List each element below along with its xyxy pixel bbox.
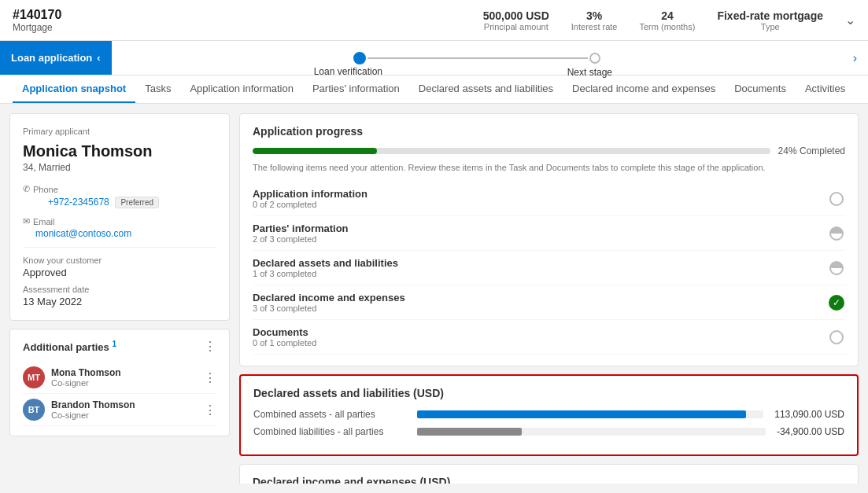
stat-label-2: Term (months) (640, 22, 696, 31)
progress-item-title-3: Declared income and expenses (253, 292, 405, 304)
progress-item-left-0: Application information 0 of 2 completed (253, 188, 368, 209)
progress-item-3: Declared income and expenses 3 of 3 comp… (253, 285, 845, 320)
party-avatar-0: MT (23, 366, 45, 388)
income-title: Declared income and expenses (USD) (253, 476, 845, 484)
additional-parties-title: Additional parties 1 (23, 340, 116, 353)
asset-bar-label-0: Combined assets - all parties (253, 409, 411, 420)
stage-dot-inactive (589, 53, 600, 64)
party-role-1: Co-signer (51, 410, 135, 420)
party-info-1: Brandon Thomson Co-signer (51, 399, 135, 420)
assessment-label: Assessment date (23, 285, 216, 294)
phone-badge: Preferred (115, 197, 159, 208)
expand-icon[interactable]: ⌄ (845, 13, 855, 28)
progress-note: The following items need your attention.… (253, 163, 845, 172)
progress-item-title-4: Documents (253, 326, 316, 338)
stage-steps: Loan verification Next stage (112, 52, 842, 64)
party-item-1: BT Brandon Thomson Co-signer ⋮ (23, 394, 216, 426)
progress-bar-fill (253, 148, 377, 154)
party-avatar-1: BT (23, 399, 45, 421)
progress-item-title-1: Parties' information (253, 223, 349, 234)
divider (23, 247, 216, 248)
header-stat-0: 500,000 USDPrincipal amount (483, 9, 549, 31)
tab-documents[interactable]: Documents (725, 75, 796, 103)
progress-pct: 24% Completed (778, 145, 845, 156)
phone-section: ✆ Phone +972-2345678 Preferred (23, 184, 216, 208)
progress-item-1: Parties' information 2 of 3 completed (253, 216, 845, 251)
progress-item-left-1: Parties' information 2 of 3 completed (253, 223, 349, 244)
phone-label: ✆ Phone (23, 184, 216, 194)
status-check-3: ✓ (829, 295, 844, 311)
email-value[interactable]: monicat@contoso.com (35, 228, 216, 239)
asset-bar-label-1: Combined liabilities - all parties (253, 426, 411, 437)
assets-card: Declared assets and liabilities (USD) Co… (239, 374, 859, 456)
kyc-label: Know your customer (23, 256, 216, 265)
progress-item-status-0 (828, 190, 845, 208)
asset-bar-track-1 (417, 428, 766, 436)
progress-item-sub-2: 1 of 3 completed (253, 269, 398, 278)
applicant-name: Monica Thomson (23, 142, 216, 160)
right-panel: Application progress 24% Completed The f… (239, 113, 859, 484)
email-section: ✉ Email monicat@contoso.com (23, 216, 216, 239)
progress-item-sub-3: 3 of 3 completed (253, 304, 405, 313)
progress-item-status-2 (828, 259, 845, 277)
primary-label: Primary applicant (23, 127, 216, 136)
progress-item-left-3: Declared income and expenses 3 of 3 comp… (253, 292, 405, 313)
stage-label-loan-verification: Loan verification (314, 66, 382, 77)
status-empty-0 (829, 192, 844, 206)
assets-title: Declared assets and liabilities (USD) (253, 387, 844, 399)
status-half-1 (829, 226, 844, 241)
progress-item-2: Declared assets and liabilities 1 of 3 c… (253, 251, 845, 285)
party-name-0: Mona Thomson (51, 367, 121, 378)
stage-line (368, 57, 588, 59)
asset-bar-track-0 (417, 410, 763, 418)
additional-parties-header: Additional parties 1 ⋮ (23, 339, 216, 354)
stage-nav: Loan application ‹ Loan verification Nex… (0, 41, 868, 75)
stage-next: Next stage (589, 53, 600, 64)
tab-tasks[interactable]: Tasks (135, 75, 180, 103)
stat-label-1: Interest rate (571, 22, 618, 31)
asset-bar-value-0: 113,090.00 USD (774, 409, 844, 420)
party-item-0: MT Mona Thomson Co-signer ⋮ (23, 362, 216, 394)
tab-application-information[interactable]: Application information (180, 75, 303, 103)
party-menu-1[interactable]: ⋮ (204, 403, 216, 418)
party-left-0: MT Mona Thomson Co-signer (23, 366, 121, 388)
asset-bar-fill-1 (417, 428, 522, 436)
loan-app-button[interactable]: Loan application ‹ (0, 41, 112, 75)
party-menu-0[interactable]: ⋮ (204, 370, 216, 385)
progress-item-left-4: Documents 0 of 1 completed (253, 326, 316, 348)
tab-application-snapshot[interactable]: Application snapshot (13, 75, 135, 103)
main-content: Primary applicant Monica Thomson 34, Mar… (0, 104, 868, 493)
assets-bars: Combined assets - all parties 113,090.00… (253, 409, 844, 437)
additional-parties-menu[interactable]: ⋮ (204, 339, 216, 354)
stat-label-0: Principal amount (483, 22, 549, 31)
assessment-section: Assessment date 13 May 2022 (23, 285, 216, 307)
progress-item-title-0: Application information (253, 188, 368, 200)
party-left-1: BT Brandon Thomson Co-signer (23, 399, 135, 421)
progress-items: Application information 0 of 2 completed… (253, 182, 845, 355)
next-stage-button[interactable]: › (842, 41, 868, 75)
progress-bar-bg (253, 148, 770, 154)
applicant-card: Primary applicant Monica Thomson 34, Mar… (9, 113, 230, 321)
stage-dot-active (353, 52, 366, 64)
income-card: Declared income and expenses (USD) Combi… (239, 464, 859, 484)
stat-value-1: 3% (571, 9, 618, 22)
loan-app-chevron: ‹ (97, 52, 100, 64)
tab-activities[interactable]: Activities (796, 75, 855, 103)
phone-icon: ✆ (23, 184, 30, 194)
header-stats: 500,000 USDPrincipal amount3%Interest ra… (483, 9, 855, 31)
progress-title: Application progress (253, 125, 845, 138)
stage-loan-verification: Loan verification (353, 52, 366, 64)
tab-declared-income-and-expenses[interactable]: Declared income and expenses (563, 75, 725, 103)
progress-item-status-4 (828, 329, 845, 346)
email-label: ✉ Email (23, 216, 216, 226)
progress-item-title-2: Declared assets and liabilities (253, 257, 398, 269)
left-panel: Primary applicant Monica Thomson 34, Mar… (9, 113, 230, 484)
tab-declared-assets-and-liabilities[interactable]: Declared assets and liabilities (409, 75, 563, 103)
tab-parties-information[interactable]: Parties' information (303, 75, 409, 103)
phone-value[interactable]: +972-2345678 (48, 197, 109, 208)
progress-item-0: Application information 0 of 2 completed (253, 182, 845, 216)
email-icon: ✉ (23, 216, 30, 226)
kyc-section: Know your customer Approved (23, 256, 216, 278)
header-stat-2: 24Term (months) (640, 9, 696, 31)
progress-item-sub-0: 0 of 2 completed (253, 200, 368, 209)
